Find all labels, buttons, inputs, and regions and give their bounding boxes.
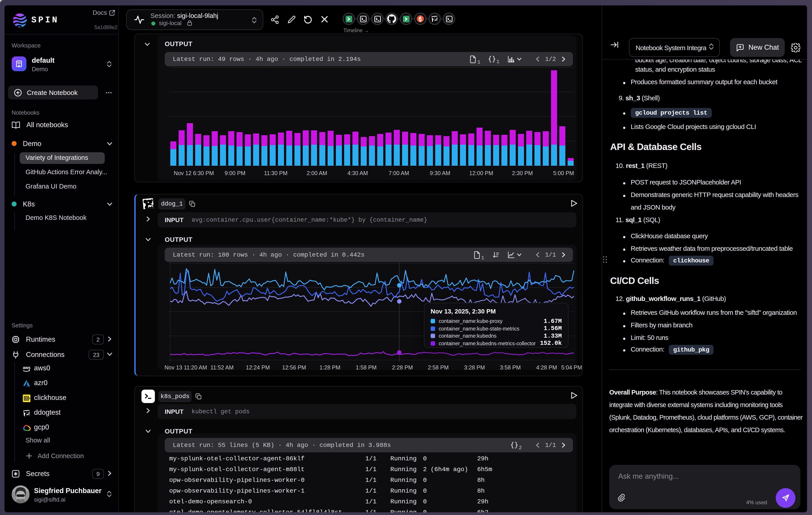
svg-text:aws: aws [23, 365, 30, 370]
